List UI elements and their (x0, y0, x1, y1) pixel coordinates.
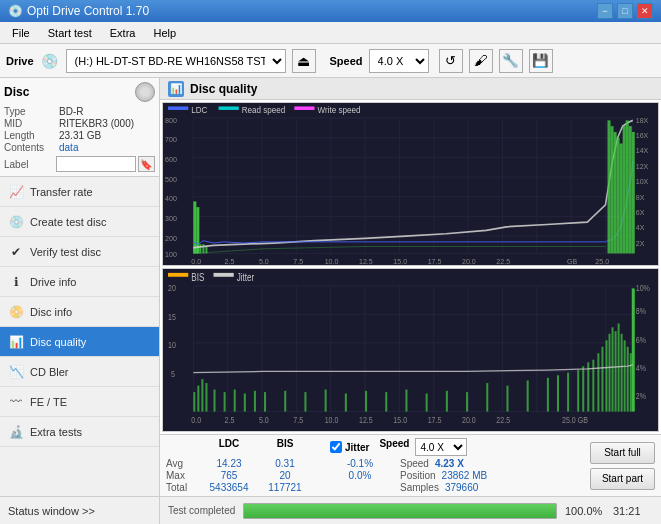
maximize-button[interactable]: □ (617, 3, 633, 19)
svg-rect-152 (612, 327, 614, 411)
svg-rect-143 (567, 373, 569, 412)
sidebar-item-drive-info[interactable]: ℹ Drive info (0, 267, 159, 297)
stats-max-row: Max 765 20 0.0% Position 23862 MB (166, 470, 578, 481)
stats-total-row: Total 5433654 117721 Samples 379660 (166, 482, 578, 493)
svg-rect-134 (405, 390, 407, 412)
disc-type-row: Type BD-R (4, 106, 155, 117)
toolbar-btn-3[interactable]: 🔧 (499, 49, 523, 73)
disc-quality-panel-icon: 📊 (168, 81, 184, 97)
sidebar-item-disc-info[interactable]: 📀 Disc info (0, 297, 159, 327)
speed-value: 4.23 X (435, 458, 464, 469)
status-window[interactable]: Status window >> (0, 496, 159, 524)
svg-rect-124 (234, 390, 236, 412)
sidebar-item-cd-bler[interactable]: 📉 CD Bler (0, 357, 159, 387)
svg-rect-128 (284, 391, 286, 412)
action-buttons: Start full Start part (584, 435, 661, 496)
svg-text:8%: 8% (636, 307, 646, 317)
menu-extra[interactable]: Extra (102, 25, 144, 41)
stats-bis-header: BIS (260, 438, 310, 456)
svg-rect-150 (605, 340, 607, 411)
toolbar-btn-1[interactable]: ↺ (439, 49, 463, 73)
max-ldc: 765 (200, 470, 258, 481)
disc-mid-label: MID (4, 118, 59, 129)
close-button[interactable]: ✕ (637, 3, 653, 19)
stats-grid: LDC BIS Jitter Speed 4.0 X Avg 14.23 (160, 435, 584, 496)
stats-spacer (312, 438, 328, 456)
start-part-button[interactable]: Start part (590, 468, 655, 490)
svg-text:17.5: 17.5 (428, 415, 442, 425)
svg-text:12.5: 12.5 (359, 256, 373, 265)
position-label: Position (400, 470, 436, 481)
svg-text:LDC: LDC (191, 105, 207, 116)
svg-rect-136 (446, 391, 448, 412)
speed-select[interactable]: 4.0 X (369, 49, 429, 73)
disc-type-value: BD-R (59, 106, 83, 117)
svg-text:12.5: 12.5 (359, 415, 373, 425)
disc-label-btn[interactable]: 🔖 (138, 156, 155, 172)
sidebar-item-label-extra-tests: Extra tests (30, 426, 82, 438)
minimize-button[interactable]: − (597, 3, 613, 19)
eject-button[interactable]: ⏏ (292, 49, 316, 73)
ldc-chart: LDC Read speed Write speed (162, 102, 659, 266)
menu-file[interactable]: File (4, 25, 38, 41)
progress-bar (243, 503, 557, 519)
svg-rect-3 (219, 106, 239, 109)
jitter-checkbox[interactable] (330, 441, 342, 453)
sidebar-item-label-verify-test-disc: Verify test disc (30, 246, 101, 258)
sidebar-item-create-test-disc[interactable]: 💿 Create test disc (0, 207, 159, 237)
sidebar-item-label-fe-te: FE / TE (30, 396, 67, 408)
svg-text:22.5: 22.5 (496, 415, 510, 425)
verify-test-disc-icon: ✔ (8, 244, 24, 260)
svg-rect-156 (624, 340, 626, 411)
title-bar-title: 💿 Opti Drive Control 1.70 (8, 4, 149, 18)
sidebar-item-label-cd-bler: CD Bler (30, 366, 69, 378)
create-test-disc-icon: 💿 (8, 214, 24, 230)
svg-rect-119 (197, 386, 199, 412)
disc-contents-label: Contents (4, 142, 59, 153)
charts-area: LDC Read speed Write speed (160, 100, 661, 434)
stats-ldc-header: LDC (200, 438, 258, 456)
svg-text:GB: GB (567, 256, 577, 265)
sidebar-item-fe-te[interactable]: 〰 FE / TE (0, 387, 159, 417)
svg-rect-148 (597, 353, 599, 411)
svg-text:10: 10 (168, 340, 176, 350)
svg-rect-158 (630, 353, 632, 411)
drive-select[interactable]: (H:) HL-DT-ST BD-RE WH16NS58 TST4 (66, 49, 286, 73)
svg-text:10.0: 10.0 (325, 256, 339, 265)
svg-rect-118 (193, 392, 195, 411)
svg-rect-73 (632, 132, 635, 254)
sidebar-item-label-disc-info: Disc info (30, 306, 72, 318)
sidebar-item-extra-tests[interactable]: 🔬 Extra tests (0, 417, 159, 447)
total-label: Total (166, 482, 198, 493)
svg-text:800: 800 (165, 115, 177, 125)
nav-items: 📈 Transfer rate 💿 Create test disc ✔ Ver… (0, 177, 159, 496)
svg-rect-153 (615, 331, 617, 411)
bis-chart: BIS Jitter (162, 268, 659, 432)
svg-text:100: 100 (165, 249, 177, 259)
svg-text:0.0: 0.0 (191, 415, 201, 425)
menu-help[interactable]: Help (145, 25, 184, 41)
svg-rect-149 (601, 347, 603, 412)
svg-text:18X: 18X (636, 115, 649, 125)
stats-and-buttons: LDC BIS Jitter Speed 4.0 X Avg 14.23 (160, 434, 661, 496)
sidebar: Disc Type BD-R MID RITEKBR3 (000) Length… (0, 78, 160, 524)
sidebar-item-label-create-test-disc: Create test disc (30, 216, 106, 228)
sidebar-item-verify-test-disc[interactable]: ✔ Verify test disc (0, 237, 159, 267)
menu-start-test[interactable]: Start test (40, 25, 100, 41)
progress-time: 31:21 (613, 505, 653, 517)
svg-rect-126 (254, 391, 256, 412)
svg-text:700: 700 (165, 135, 177, 145)
toolbar-btn-4[interactable]: 💾 (529, 49, 553, 73)
sidebar-item-transfer-rate[interactable]: 📈 Transfer rate (0, 177, 159, 207)
svg-text:7.5: 7.5 (293, 415, 303, 425)
title-bar: 💿 Opti Drive Control 1.70 − □ ✕ (0, 0, 661, 22)
disc-quality-title: Disc quality (190, 82, 257, 96)
stats-speed-select[interactable]: 4.0 X (415, 438, 467, 456)
svg-rect-151 (609, 334, 611, 412)
disc-type-label: Type (4, 106, 59, 117)
sidebar-item-disc-quality[interactable]: 📊 Disc quality (0, 327, 159, 357)
disc-label-input[interactable] (56, 156, 136, 172)
start-full-button[interactable]: Start full (590, 442, 655, 464)
svg-rect-139 (506, 386, 508, 412)
toolbar-btn-2[interactable]: 🖌 (469, 49, 493, 73)
